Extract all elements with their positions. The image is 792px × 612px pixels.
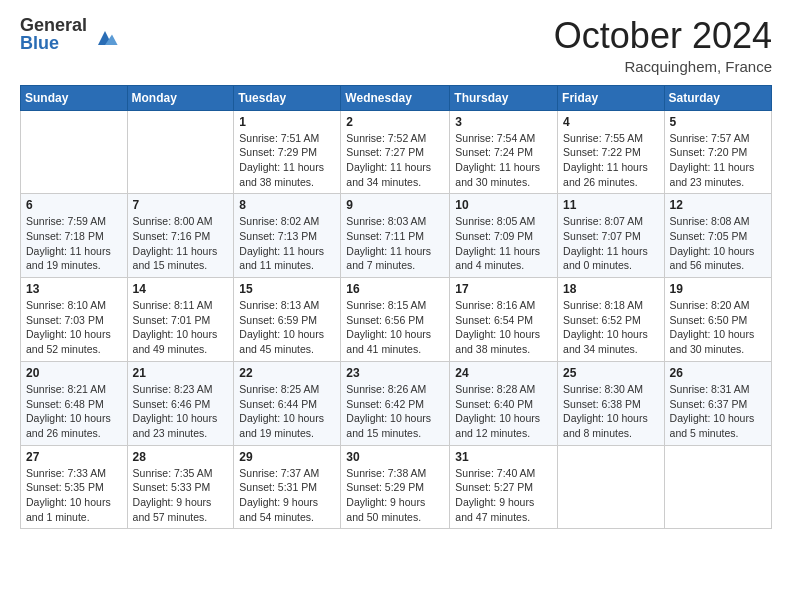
day-number: 7 — [133, 198, 229, 212]
calendar-cell: 7Sunrise: 8:00 AM Sunset: 7:16 PM Daylig… — [127, 194, 234, 278]
calendar-cell: 11Sunrise: 8:07 AM Sunset: 7:07 PM Dayli… — [558, 194, 665, 278]
day-number: 24 — [455, 366, 552, 380]
calendar-cell: 8Sunrise: 8:02 AM Sunset: 7:13 PM Daylig… — [234, 194, 341, 278]
calendar-cell — [558, 445, 665, 529]
day-number: 8 — [239, 198, 335, 212]
day-number: 31 — [455, 450, 552, 464]
day-number: 16 — [346, 282, 444, 296]
day-number: 19 — [670, 282, 766, 296]
calendar-cell: 24Sunrise: 8:28 AM Sunset: 6:40 PM Dayli… — [450, 361, 558, 445]
day-info: Sunrise: 7:35 AM Sunset: 5:33 PM Dayligh… — [133, 466, 229, 525]
calendar-cell: 1Sunrise: 7:51 AM Sunset: 7:29 PM Daylig… — [234, 110, 341, 194]
calendar-week-1: 1Sunrise: 7:51 AM Sunset: 7:29 PM Daylig… — [21, 110, 772, 194]
calendar-cell: 30Sunrise: 7:38 AM Sunset: 5:29 PM Dayli… — [341, 445, 450, 529]
day-info: Sunrise: 8:23 AM Sunset: 6:46 PM Dayligh… — [133, 382, 229, 441]
day-info: Sunrise: 8:18 AM Sunset: 6:52 PM Dayligh… — [563, 298, 659, 357]
location: Racquinghem, France — [554, 58, 772, 75]
calendar-cell — [127, 110, 234, 194]
calendar-cell — [664, 445, 771, 529]
day-number: 27 — [26, 450, 122, 464]
day-number: 13 — [26, 282, 122, 296]
logo-text: General Blue — [20, 16, 87, 52]
day-info: Sunrise: 8:10 AM Sunset: 7:03 PM Dayligh… — [26, 298, 122, 357]
day-info: Sunrise: 7:33 AM Sunset: 5:35 PM Dayligh… — [26, 466, 122, 525]
day-info: Sunrise: 8:08 AM Sunset: 7:05 PM Dayligh… — [670, 214, 766, 273]
day-number: 5 — [670, 115, 766, 129]
day-number: 11 — [563, 198, 659, 212]
calendar-header-row: SundayMondayTuesdayWednesdayThursdayFrid… — [21, 85, 772, 110]
day-number: 20 — [26, 366, 122, 380]
calendar-cell: 29Sunrise: 7:37 AM Sunset: 5:31 PM Dayli… — [234, 445, 341, 529]
calendar-cell: 2Sunrise: 7:52 AM Sunset: 7:27 PM Daylig… — [341, 110, 450, 194]
day-info: Sunrise: 7:40 AM Sunset: 5:27 PM Dayligh… — [455, 466, 552, 525]
calendar-cell: 13Sunrise: 8:10 AM Sunset: 7:03 PM Dayli… — [21, 278, 128, 362]
day-number: 17 — [455, 282, 552, 296]
day-info: Sunrise: 7:59 AM Sunset: 7:18 PM Dayligh… — [26, 214, 122, 273]
calendar-cell: 17Sunrise: 8:16 AM Sunset: 6:54 PM Dayli… — [450, 278, 558, 362]
page: General Blue October 2024 Racquinghem, F… — [0, 0, 792, 612]
day-info: Sunrise: 8:26 AM Sunset: 6:42 PM Dayligh… — [346, 382, 444, 441]
day-info: Sunrise: 7:57 AM Sunset: 7:20 PM Dayligh… — [670, 131, 766, 190]
calendar-header-wednesday: Wednesday — [341, 85, 450, 110]
calendar-cell: 3Sunrise: 7:54 AM Sunset: 7:24 PM Daylig… — [450, 110, 558, 194]
day-number: 21 — [133, 366, 229, 380]
day-info: Sunrise: 8:03 AM Sunset: 7:11 PM Dayligh… — [346, 214, 444, 273]
day-info: Sunrise: 8:30 AM Sunset: 6:38 PM Dayligh… — [563, 382, 659, 441]
logo-general: General — [20, 16, 87, 34]
day-info: Sunrise: 7:54 AM Sunset: 7:24 PM Dayligh… — [455, 131, 552, 190]
calendar-cell: 12Sunrise: 8:08 AM Sunset: 7:05 PM Dayli… — [664, 194, 771, 278]
day-info: Sunrise: 8:20 AM Sunset: 6:50 PM Dayligh… — [670, 298, 766, 357]
day-number: 9 — [346, 198, 444, 212]
calendar-cell: 4Sunrise: 7:55 AM Sunset: 7:22 PM Daylig… — [558, 110, 665, 194]
calendar-header-friday: Friday — [558, 85, 665, 110]
day-number: 3 — [455, 115, 552, 129]
calendar-table: SundayMondayTuesdayWednesdayThursdayFrid… — [20, 85, 772, 530]
day-info: Sunrise: 7:37 AM Sunset: 5:31 PM Dayligh… — [239, 466, 335, 525]
calendar-cell — [21, 110, 128, 194]
calendar-cell: 6Sunrise: 7:59 AM Sunset: 7:18 PM Daylig… — [21, 194, 128, 278]
day-number: 25 — [563, 366, 659, 380]
calendar-cell: 31Sunrise: 7:40 AM Sunset: 5:27 PM Dayli… — [450, 445, 558, 529]
day-number: 15 — [239, 282, 335, 296]
day-number: 4 — [563, 115, 659, 129]
calendar-cell: 18Sunrise: 8:18 AM Sunset: 6:52 PM Dayli… — [558, 278, 665, 362]
day-number: 14 — [133, 282, 229, 296]
day-info: Sunrise: 8:05 AM Sunset: 7:09 PM Dayligh… — [455, 214, 552, 273]
calendar-cell: 22Sunrise: 8:25 AM Sunset: 6:44 PM Dayli… — [234, 361, 341, 445]
calendar-header-sunday: Sunday — [21, 85, 128, 110]
calendar-cell: 9Sunrise: 8:03 AM Sunset: 7:11 PM Daylig… — [341, 194, 450, 278]
calendar-header-saturday: Saturday — [664, 85, 771, 110]
calendar-cell: 20Sunrise: 8:21 AM Sunset: 6:48 PM Dayli… — [21, 361, 128, 445]
calendar-cell: 25Sunrise: 8:30 AM Sunset: 6:38 PM Dayli… — [558, 361, 665, 445]
calendar-cell: 15Sunrise: 8:13 AM Sunset: 6:59 PM Dayli… — [234, 278, 341, 362]
calendar-cell: 10Sunrise: 8:05 AM Sunset: 7:09 PM Dayli… — [450, 194, 558, 278]
day-info: Sunrise: 8:02 AM Sunset: 7:13 PM Dayligh… — [239, 214, 335, 273]
calendar-cell: 19Sunrise: 8:20 AM Sunset: 6:50 PM Dayli… — [664, 278, 771, 362]
calendar-week-5: 27Sunrise: 7:33 AM Sunset: 5:35 PM Dayli… — [21, 445, 772, 529]
day-info: Sunrise: 8:00 AM Sunset: 7:16 PM Dayligh… — [133, 214, 229, 273]
day-info: Sunrise: 7:52 AM Sunset: 7:27 PM Dayligh… — [346, 131, 444, 190]
day-info: Sunrise: 8:11 AM Sunset: 7:01 PM Dayligh… — [133, 298, 229, 357]
calendar-week-4: 20Sunrise: 8:21 AM Sunset: 6:48 PM Dayli… — [21, 361, 772, 445]
day-number: 18 — [563, 282, 659, 296]
calendar-cell: 14Sunrise: 8:11 AM Sunset: 7:01 PM Dayli… — [127, 278, 234, 362]
day-number: 26 — [670, 366, 766, 380]
day-number: 1 — [239, 115, 335, 129]
day-number: 28 — [133, 450, 229, 464]
logo: General Blue — [20, 16, 119, 52]
calendar-week-2: 6Sunrise: 7:59 AM Sunset: 7:18 PM Daylig… — [21, 194, 772, 278]
month-title: October 2024 — [554, 16, 772, 56]
day-number: 10 — [455, 198, 552, 212]
logo-icon — [91, 24, 119, 52]
calendar-header-tuesday: Tuesday — [234, 85, 341, 110]
title-area: October 2024 Racquinghem, France — [554, 16, 772, 75]
day-info: Sunrise: 8:07 AM Sunset: 7:07 PM Dayligh… — [563, 214, 659, 273]
calendar-cell: 16Sunrise: 8:15 AM Sunset: 6:56 PM Dayli… — [341, 278, 450, 362]
day-info: Sunrise: 8:21 AM Sunset: 6:48 PM Dayligh… — [26, 382, 122, 441]
calendar-cell: 27Sunrise: 7:33 AM Sunset: 5:35 PM Dayli… — [21, 445, 128, 529]
header: General Blue October 2024 Racquinghem, F… — [20, 16, 772, 75]
logo-blue: Blue — [20, 34, 87, 52]
day-number: 30 — [346, 450, 444, 464]
day-info: Sunrise: 8:15 AM Sunset: 6:56 PM Dayligh… — [346, 298, 444, 357]
day-number: 29 — [239, 450, 335, 464]
